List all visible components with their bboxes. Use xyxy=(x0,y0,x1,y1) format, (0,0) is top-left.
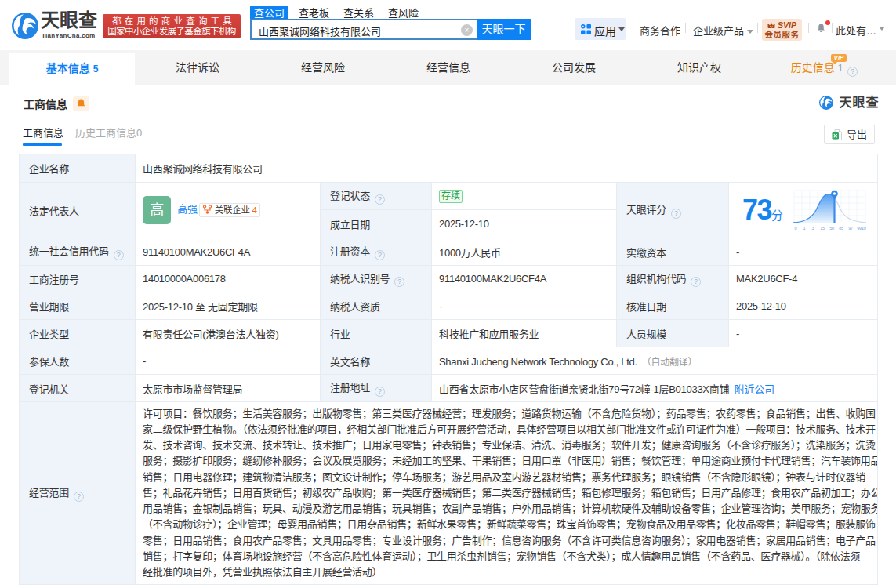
svg-text:97: 97 xyxy=(848,226,853,230)
svg-text:15: 15 xyxy=(820,226,825,230)
svg-text:1: 1 xyxy=(803,226,805,230)
svg-text:50: 50 xyxy=(829,226,834,230)
svg-text:85: 85 xyxy=(839,226,843,230)
svg-text:0: 0 xyxy=(794,226,796,230)
svg-text:3: 3 xyxy=(811,226,814,230)
svg-text:100: 100 xyxy=(862,226,866,230)
